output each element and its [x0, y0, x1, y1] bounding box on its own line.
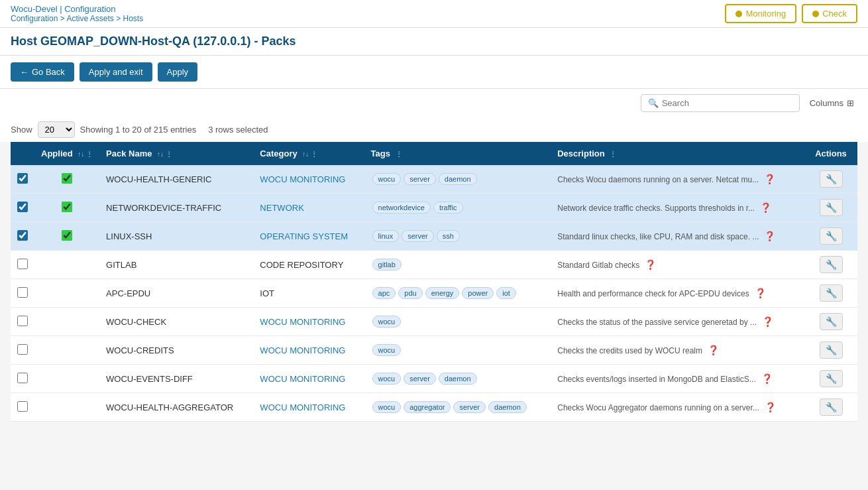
configure-action-button[interactable]: 🔧 — [820, 313, 843, 330]
row-checkbox[interactable] — [17, 202, 28, 212]
info-icon[interactable]: ❓ — [757, 202, 771, 213]
go-back-arrow-icon: ← — [20, 67, 28, 77]
configure-action-button[interactable]: 🔧 — [820, 199, 843, 216]
description-text: Checks the credits used by WOCU realm — [557, 346, 702, 355]
configure-action-button[interactable]: 🔧 — [820, 398, 843, 416]
info-icon[interactable]: ❓ — [642, 259, 656, 270]
info-icon[interactable]: ❓ — [762, 402, 776, 412]
configure-action-button[interactable]: 🔧 — [820, 170, 843, 188]
apply-and-exit-button[interactable]: Apply and exit — [80, 62, 152, 82]
applied-checkbox[interactable] — [62, 173, 72, 184]
header-actions: Actions — [804, 142, 857, 165]
configure-action-button[interactable]: 🔧 — [820, 341, 843, 359]
info-icon[interactable]: ❓ — [761, 174, 775, 184]
tag-badge: traffic — [433, 202, 463, 214]
category-link[interactable]: NETWORK — [260, 203, 303, 213]
applied-sort-icon[interactable]: ↑↓ ⋮ — [78, 151, 93, 158]
tags-sort-icon[interactable]: ⋮ — [396, 151, 402, 158]
info-icon[interactable]: ❓ — [761, 231, 775, 241]
tag-badge: networkdevice — [372, 202, 431, 214]
pack-name-label: LINUX-SSH — [106, 231, 152, 241]
applied-checkbox[interactable] — [62, 230, 72, 241]
description-cell: Health and performance check for APC-EPD… — [551, 279, 804, 308]
table-row: WOCU-HEALTH-AGGREGATORWOCU MONITORINGwoc… — [11, 393, 857, 422]
description-cell: Checks Wocu Aggregator daemons running o… — [551, 393, 804, 422]
configure-action-button[interactable]: 🔧 — [820, 227, 843, 245]
tag-badge: aggregator — [404, 401, 451, 413]
search-input[interactable] — [662, 98, 792, 108]
category-link[interactable]: WOCU MONITORING — [260, 374, 345, 384]
app-link[interactable]: Wocu-Devel — [11, 4, 58, 14]
tag-badge: wocu — [372, 316, 402, 328]
applied-checkbox[interactable] — [62, 202, 72, 212]
header-description: Description ⋮ — [551, 142, 804, 165]
category-link[interactable]: OPERATING SYSTEM — [260, 231, 348, 241]
info-icon[interactable]: ❓ — [705, 345, 719, 355]
applied-cell — [34, 165, 99, 194]
info-icon[interactable]: ❓ — [752, 288, 766, 298]
pack-name-cell: WOCU-HEALTH-GENERIC — [99, 165, 253, 194]
category-link[interactable]: WOCU MONITORING — [260, 402, 345, 412]
actions-cell: 🔧 — [804, 393, 857, 422]
monitoring-button[interactable]: Monitoring — [725, 4, 796, 23]
pack-name-label: NETWORKDEVICE-TRAFFIC — [106, 203, 221, 213]
header-category: Category ↑↓ ⋮ — [253, 142, 364, 165]
row-checkbox[interactable] — [17, 344, 28, 355]
apply-button[interactable]: Apply — [158, 62, 198, 82]
applied-cell — [34, 365, 99, 393]
actions-cell: 🔧 — [804, 279, 857, 308]
configure-action-button[interactable]: 🔧 — [820, 256, 843, 273]
go-back-label: Go Back — [32, 67, 65, 77]
pack-name-sort-icon[interactable]: ↑↓ ⋮ — [157, 151, 172, 158]
go-back-button[interactable]: ← Go Back — [11, 62, 74, 82]
columns-button[interactable]: Columns ⊞ — [806, 95, 857, 111]
actions-cell: 🔧 — [804, 365, 857, 393]
breadcrumb-hosts: Hosts — [123, 14, 143, 23]
breadcrumb-active-assets[interactable]: Active Assets — [66, 14, 113, 23]
row-checkbox[interactable] — [17, 259, 28, 269]
description-sort-icon[interactable]: ⋮ — [610, 151, 616, 158]
tag-badge: daemon — [439, 373, 477, 385]
applied-cell — [34, 336, 99, 365]
category-cell: WOCU MONITORING — [253, 165, 364, 194]
header-tags: Tags ⋮ — [364, 142, 551, 165]
table-row: NETWORKDEVICE-TRAFFICNETWORKnetworkdevic… — [11, 194, 857, 222]
row-checkbox[interactable] — [17, 287, 28, 298]
configure-action-button[interactable]: 🔧 — [820, 284, 843, 302]
rows-selected: 3 rows selected — [208, 125, 268, 135]
info-icon[interactable]: ❓ — [759, 316, 773, 327]
actions-cell: 🔧 — [804, 165, 857, 194]
info-icon[interactable]: ❓ — [759, 373, 773, 384]
check-button[interactable]: Check — [802, 4, 857, 23]
category-link[interactable]: WOCU MONITORING — [260, 345, 345, 355]
category-cell: NETWORK — [253, 194, 364, 222]
category-sort-icon[interactable]: ↑↓ ⋮ — [302, 151, 317, 158]
row-checkbox[interactable] — [17, 316, 28, 326]
row-checkbox[interactable] — [17, 230, 28, 241]
table-header-row: Applied ↑↓ ⋮ Pack Name ↑↓ ⋮ Category ↑↓ … — [11, 142, 857, 165]
tag-badge: server — [404, 173, 436, 185]
table-row: WOCU-EVENTS-DIFFWOCU MONITORINGwocuserve… — [11, 365, 857, 393]
row-checkbox[interactable] — [17, 173, 28, 184]
pack-name-cell: WOCU-HEALTH-AGGREGATOR — [99, 393, 253, 422]
applied-cell — [34, 251, 99, 279]
row-checkbox[interactable] — [17, 373, 28, 383]
description-text: Checks Wocu daemons running on a server.… — [557, 175, 759, 184]
table-row: APC-EPDUIOTapcpduenergypoweriotHealth an… — [11, 279, 857, 308]
showing-text: Showing 1 to 20 of 215 entries — [80, 125, 197, 135]
description-text: Network device traffic checks. Supports … — [557, 204, 755, 213]
applied-cell — [34, 308, 99, 336]
table-container: Applied ↑↓ ⋮ Pack Name ↑↓ ⋮ Category ↑↓ … — [0, 142, 868, 432]
category-link[interactable]: WOCU MONITORING — [260, 174, 345, 184]
show-select[interactable]: 20 50 100 — [38, 121, 75, 138]
configure-action-button[interactable]: 🔧 — [820, 370, 843, 387]
section-link[interactable]: Configuration — [64, 4, 115, 14]
search-icon: 🔍 — [648, 98, 659, 108]
category-link[interactable]: WOCU MONITORING — [260, 317, 345, 327]
table-controls: Show 20 50 100 Showing 1 to 20 of 215 en… — [0, 117, 868, 142]
top-nav: Wocu-Devel | Configuration Configuration… — [0, 0, 868, 28]
row-checkbox[interactable] — [17, 401, 28, 412]
actions-cell: 🔧 — [804, 308, 857, 336]
breadcrumb-config[interactable]: Configuration — [11, 14, 58, 23]
category-cell: WOCU MONITORING — [253, 336, 364, 365]
